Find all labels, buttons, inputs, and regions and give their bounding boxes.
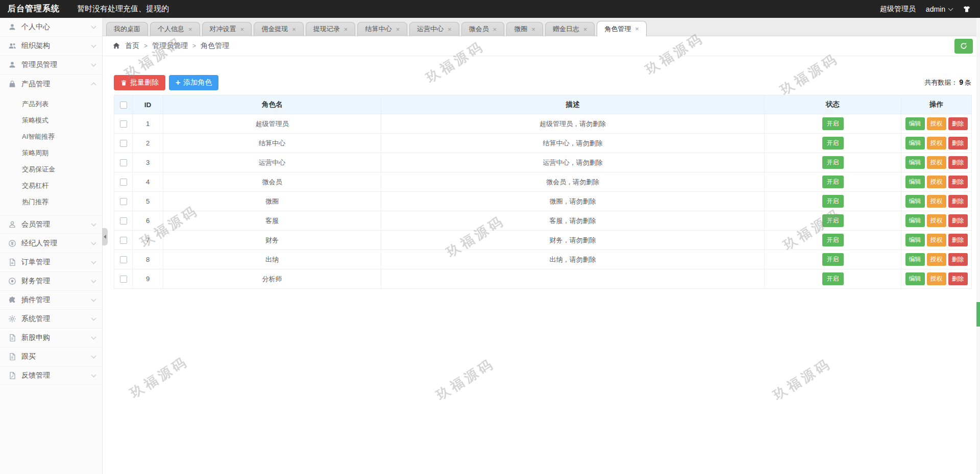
edit-button[interactable]: 编辑 (905, 156, 925, 169)
delete-button[interactable]: 删除 (948, 253, 968, 266)
close-icon[interactable]: × (292, 26, 296, 33)
authorize-button[interactable]: 授权 (927, 156, 946, 169)
sidebar-item-feedback-management[interactable]: 反馈管理 (0, 366, 102, 385)
close-icon[interactable]: × (493, 26, 497, 33)
sidebar-item-member-management[interactable]: 会员管理 (0, 215, 102, 234)
close-icon[interactable]: × (396, 26, 400, 33)
breadcrumb-home[interactable]: 首页 (125, 41, 139, 51)
tab-my-desktop[interactable]: 我的桌面 (106, 22, 148, 36)
status-badge[interactable]: 开启 (822, 214, 844, 227)
delete-button[interactable]: 删除 (948, 272, 968, 285)
edit-button[interactable]: 编辑 (905, 234, 925, 246)
close-icon[interactable]: × (583, 26, 587, 33)
authorize-button[interactable]: 授权 (927, 195, 946, 208)
status-badge[interactable]: 开启 (822, 234, 844, 246)
tab-operation-center[interactable]: 运营中心 × (409, 22, 459, 36)
edit-button[interactable]: 编辑 (905, 253, 925, 266)
delete-button[interactable]: 删除 (948, 117, 968, 130)
tab-micro-member[interactable]: 微会员 × (461, 22, 505, 36)
select-all-checkbox[interactable] (120, 102, 127, 109)
delete-button[interactable]: 删除 (948, 195, 968, 208)
row-checkbox[interactable] (120, 159, 127, 166)
authorize-button[interactable]: 授权 (927, 117, 946, 130)
user-menu[interactable]: admin (926, 5, 952, 13)
status-badge[interactable]: 开启 (822, 137, 844, 149)
sidebar-subitem-trade-leverage[interactable]: 交易杠杆 (0, 178, 102, 194)
row-checkbox[interactable] (120, 237, 127, 244)
status-badge[interactable]: 开启 (822, 253, 844, 266)
delete-button[interactable]: 删除 (948, 214, 968, 227)
delete-button[interactable]: 删除 (948, 137, 968, 149)
authorize-button[interactable]: 授权 (927, 137, 946, 149)
authorize-button[interactable]: 授权 (927, 176, 946, 188)
sidebar-item-order-management[interactable]: 订单管理 (0, 253, 102, 272)
sidebar-item-new-stock[interactable]: 新股申购 (0, 329, 102, 347)
tab-micro-circle[interactable]: 微圈 × (506, 22, 543, 36)
batch-delete-button[interactable]: 批量删除 (114, 75, 165, 90)
edit-button[interactable]: 编辑 (905, 272, 925, 285)
close-icon[interactable]: × (531, 26, 535, 33)
edit-button[interactable]: 编辑 (905, 176, 925, 188)
edit-button[interactable]: 编辑 (905, 195, 925, 208)
status-badge[interactable]: 开启 (822, 176, 844, 188)
sidebar-collapse-handle[interactable] (102, 228, 108, 245)
theme-tshirt-icon[interactable] (963, 5, 971, 13)
tab-role-management[interactable]: 角色管理 × (597, 21, 647, 36)
close-icon[interactable]: × (635, 26, 639, 32)
sidebar-subitem-hot-recommend[interactable]: 热门推荐 (0, 194, 102, 210)
row-checkbox[interactable] (120, 179, 127, 186)
sidebar-item-plugin-management[interactable]: 插件管理 (0, 291, 102, 310)
close-icon[interactable]: × (344, 26, 348, 33)
delete-button[interactable]: 删除 (948, 234, 968, 246)
status-badge[interactable]: 开启 (822, 195, 844, 208)
tab-bonus-log[interactable]: 赠金日志 × (545, 22, 595, 36)
edit-button[interactable]: 编辑 (905, 117, 925, 130)
sidebar-item-product-management[interactable]: 产品管理 (0, 74, 102, 93)
close-icon[interactable]: × (188, 26, 192, 33)
sidebar-subitem-trade-margin[interactable]: 交易保证金 (0, 161, 102, 178)
tab-settlement-center[interactable]: 结算中心 × (357, 22, 407, 36)
row-checkbox[interactable] (120, 256, 127, 263)
status-badge[interactable]: 开启 (822, 156, 844, 169)
sidebar-item-system-management[interactable]: 系统管理 (0, 310, 102, 329)
row-checkbox[interactable] (120, 140, 127, 147)
authorize-button[interactable]: 授权 (927, 234, 946, 246)
refresh-button[interactable] (954, 39, 973, 54)
scrollbar-thumb[interactable] (976, 302, 980, 327)
tab-commission-withdraw[interactable]: 佣金提现 × (254, 22, 304, 36)
status-badge[interactable]: 开启 (822, 117, 844, 130)
breadcrumb-admin-management[interactable]: 管理员管理 (152, 41, 188, 51)
delete-button[interactable]: 删除 (948, 176, 968, 188)
authorize-button[interactable]: 授权 (927, 214, 946, 227)
status-badge[interactable]: 开启 (822, 272, 844, 285)
sidebar-subitem-ai-recommend[interactable]: AI智能推荐 (0, 129, 102, 145)
sidebar-item-broker-management[interactable]: 经纪人管理 (0, 234, 102, 253)
chevron-down-icon (91, 372, 96, 378)
sidebar-item-finance-management[interactable]: 财务管理 (0, 272, 102, 291)
header-notice: 暂时没有处理充值、提现的 (77, 4, 169, 14)
sidebar-subitem-strategy-mode[interactable]: 策略模式 (0, 112, 102, 129)
coin-icon (8, 239, 16, 247)
sidebar-subitem-strategy-cycle[interactable]: 策略周期 (0, 145, 102, 161)
close-icon[interactable]: × (448, 26, 452, 33)
tab-hedge-settings[interactable]: 对冲设置 × (202, 22, 252, 36)
sidebar-item-admin-management[interactable]: 管理员管理 (0, 56, 102, 74)
sidebar-subitem-product-list[interactable]: 产品列表 (0, 96, 102, 112)
authorize-button[interactable]: 授权 (927, 272, 946, 285)
authorize-button[interactable]: 授权 (927, 253, 946, 266)
sidebar-item-follow-buy[interactable]: 跟买 (0, 347, 102, 366)
tab-label: 结算中心 (365, 24, 391, 34)
add-role-button[interactable]: + 添加角色 (169, 75, 218, 90)
close-icon[interactable]: × (240, 26, 244, 33)
row-checkbox[interactable] (120, 276, 127, 283)
row-checkbox[interactable] (120, 217, 127, 224)
edit-button[interactable]: 编辑 (905, 214, 925, 227)
row-checkbox[interactable] (120, 198, 127, 205)
tab-withdraw-records[interactable]: 提现记录 × (306, 22, 356, 36)
edit-button[interactable]: 编辑 (905, 137, 925, 149)
row-checkbox[interactable] (120, 120, 127, 128)
sidebar-item-personal-center[interactable]: 个人中心 (0, 18, 102, 37)
delete-button[interactable]: 删除 (948, 156, 968, 169)
tab-personal-info[interactable]: 个人信息 × (150, 22, 200, 36)
sidebar-item-organization[interactable]: 组织架构 (0, 37, 102, 56)
